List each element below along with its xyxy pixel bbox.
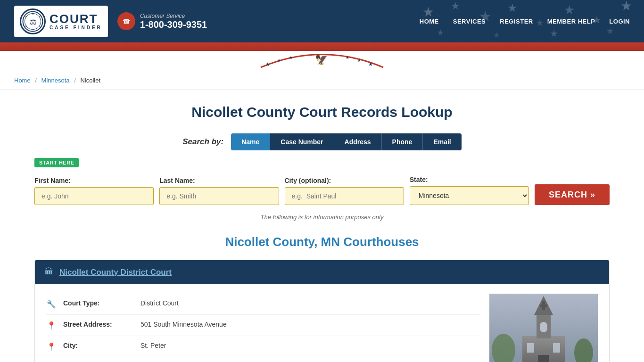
logo-emblem: ★ ★ ★ ★ ★ ⚖ (20, 8, 46, 34)
location-icon: 📍 (46, 321, 57, 330)
svg-text:★: ★ (493, 31, 500, 39)
svg-rect-40 (538, 355, 549, 362)
courthouse-image (489, 294, 598, 362)
svg-text:★: ★ (422, 5, 434, 19)
tab-phone[interactable]: Phone (381, 133, 423, 150)
nav-home[interactable]: HOME (420, 18, 439, 25)
site-header: ★ ★ ★ ★ ★ ★ ★ ★ ★ ★ ★ ★ ★ ★ ★ (0, 0, 644, 42)
info-note: The following is for information purpose… (34, 214, 610, 221)
search-section: Search by: Name Case Number Address Phon… (34, 133, 610, 221)
banner-area: ★ ★ ★ 🦅 ★ ★ ★ (0, 42, 644, 71)
customer-service: ☎ Customer Service 1-800-309-9351 (117, 12, 207, 30)
svg-text:★: ★ (451, 0, 460, 12)
svg-rect-38 (553, 343, 560, 353)
breadcrumb-sep-2: / (74, 77, 76, 84)
courthouse-icon: 🏛 (44, 267, 54, 278)
start-here-container: START HERE (34, 158, 610, 172)
tab-name[interactable]: Name (231, 133, 270, 150)
first-name-input[interactable] (34, 187, 154, 205)
main-nav: HOME SERVICES REGISTER MEMBER HELP LOGIN (420, 18, 630, 25)
svg-text:★: ★ (346, 55, 349, 60)
phone-icon: ☎ (117, 12, 135, 30)
courthouse-info: 🔧 Court Type: District Court 📍 Street Ad… (46, 294, 480, 362)
state-group: State: MinnesotaAlabamaAlaskaArizonaArka… (410, 176, 529, 205)
city-info-value: St. Peter (140, 342, 166, 349)
court-type-label: Court Type: (63, 299, 134, 307)
svg-text:★: ★ (564, 3, 575, 17)
logo-text: COURT CASE FINDER (50, 13, 102, 30)
svg-text:★: ★ (32, 12, 34, 15)
courthouse-card: 🏛 Nicollet County District Court 🔧 Court… (34, 260, 610, 362)
city-input[interactable] (285, 187, 404, 205)
last-name-input[interactable] (159, 187, 279, 205)
arch-svg: ★ ★ ★ 🦅 ★ ★ ★ (251, 46, 393, 70)
first-name-label: First Name: (34, 177, 154, 184)
courthouse-name-link[interactable]: Nicollet County District Court (59, 268, 172, 277)
breadcrumb-home[interactable]: Home (14, 77, 31, 84)
logo-case-finder-text: CASE FINDER (50, 25, 102, 30)
svg-text:⚖: ⚖ (30, 18, 36, 26)
nav-member-help[interactable]: MEMBER HELP (547, 18, 595, 25)
search-by-label: Search by: (182, 137, 223, 147)
start-here-badge: START HERE (34, 158, 79, 167)
breadcrumb: Home / Minnesota / Nicollet (0, 71, 644, 90)
courthouse-header: 🏛 Nicollet County District Court (35, 260, 609, 284)
svg-text:★: ★ (265, 61, 270, 67)
svg-text:★: ★ (357, 58, 361, 63)
header-left: ★ ★ ★ ★ ★ ⚖ COURT CASE FINDER ☎ (14, 6, 207, 37)
svg-text:☎: ☎ (123, 18, 130, 25)
city-label: City (optional): (285, 177, 404, 184)
court-type-value: District Court (140, 299, 179, 307)
courthouses-title: Nicollet County, MN Courthouses (34, 235, 610, 249)
courthouse-img-placeholder (489, 294, 598, 362)
svg-rect-37 (527, 343, 534, 353)
search-button[interactable]: SEARCH » (535, 184, 610, 205)
breadcrumb-minnesota[interactable]: Minnesota (41, 77, 70, 84)
city-info-label: City: (63, 342, 134, 349)
courthouse-body: 🔧 Court Type: District Court 📍 Street Ad… (35, 284, 609, 362)
nav-services[interactable]: SERVICES (453, 18, 486, 25)
svg-text:★: ★ (550, 28, 558, 39)
tab-address[interactable]: Address (334, 133, 381, 150)
eagle-arch-area: ★ ★ ★ 🦅 ★ ★ ★ (0, 46, 644, 71)
breadcrumb-sep-1: / (35, 77, 37, 84)
svg-text:★: ★ (620, 0, 632, 13)
logo-court-text: COURT (50, 13, 98, 25)
svg-text:★: ★ (606, 26, 614, 36)
main-content: Nicollet County Court Records Lookup Sea… (16, 90, 628, 362)
address-row: 📍 Street Address: 501 South Minnesota Av… (46, 315, 480, 336)
svg-text:🦅: 🦅 (315, 53, 328, 66)
svg-text:★: ★ (437, 28, 444, 37)
svg-rect-36 (540, 304, 547, 307)
state-label: State: (410, 176, 529, 183)
svg-rect-39 (540, 322, 547, 332)
address-label: Street Address: (63, 321, 134, 328)
svg-text:★: ★ (277, 58, 281, 63)
gavel-icon: 🔧 (46, 300, 57, 309)
tab-email[interactable]: Email (422, 133, 461, 150)
page-title: Nicollet County Court Records Lookup (34, 104, 610, 120)
cs-phone: 1-800-309-9351 (140, 19, 207, 30)
tab-case-number[interactable]: Case Number (270, 133, 333, 150)
last-name-group: Last Name: (159, 177, 279, 205)
first-name-group: First Name: (34, 177, 154, 205)
city-icon: 📍 (46, 342, 57, 351)
last-name-label: Last Name: (159, 177, 279, 184)
search-form-row: First Name: Last Name: City (optional): … (34, 176, 610, 205)
breadcrumb-current: Nicollet (80, 77, 100, 84)
state-select[interactable]: MinnesotaAlabamaAlaskaArizonaArkansasCal… (410, 186, 529, 205)
nav-login[interactable]: LOGIN (609, 18, 630, 25)
site-logo[interactable]: ★ ★ ★ ★ ★ ⚖ COURT CASE FINDER (14, 6, 108, 37)
svg-text:★: ★ (25, 15, 27, 18)
svg-text:★: ★ (289, 55, 293, 60)
svg-text:★: ★ (507, 1, 518, 14)
court-type-row: 🔧 Court Type: District Court (46, 294, 480, 315)
cs-label: Customer Service (140, 13, 207, 19)
nav-register[interactable]: REGISTER (500, 18, 533, 25)
address-value: 501 South Minnesota Avenue (140, 321, 227, 328)
search-by-row: Search by: Name Case Number Address Phon… (34, 133, 610, 150)
svg-text:★: ★ (368, 61, 373, 67)
city-row: 📍 City: St. Peter (46, 336, 480, 357)
cs-text-block: Customer Service 1-800-309-9351 (140, 13, 207, 30)
city-group: City (optional): (285, 177, 404, 205)
